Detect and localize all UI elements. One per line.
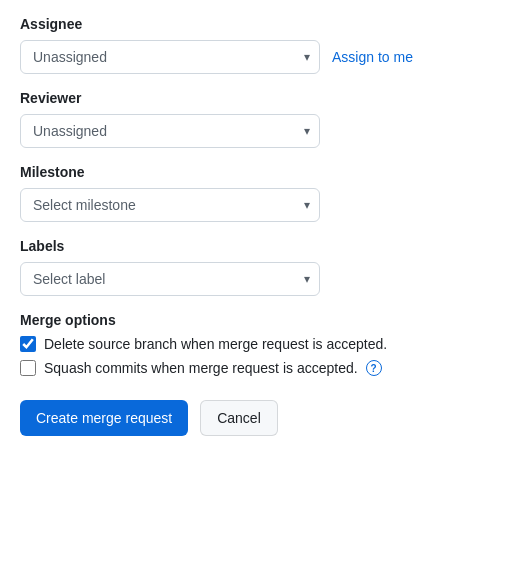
assignee-label: Assignee (20, 16, 507, 32)
delete-branch-row: Delete source branch when merge request … (20, 336, 507, 352)
milestone-section: Milestone Select milestone ▾ (20, 164, 507, 222)
assign-to-me-link[interactable]: Assign to me (332, 49, 413, 65)
reviewer-label: Reviewer (20, 90, 507, 106)
squash-commits-label: Squash commits when merge request is acc… (44, 360, 358, 376)
reviewer-select[interactable]: Unassigned (20, 114, 320, 148)
assignee-select-wrapper: Unassigned ▾ (20, 40, 320, 74)
labels-select-wrapper: Select label ▾ (20, 262, 320, 296)
assignee-select[interactable]: Unassigned (20, 40, 320, 74)
delete-branch-label: Delete source branch when merge request … (44, 336, 387, 352)
merge-options-label: Merge options (20, 312, 507, 328)
labels-select[interactable]: Select label (20, 262, 320, 296)
squash-commits-row: Squash commits when merge request is acc… (20, 360, 507, 376)
reviewer-select-wrapper: Unassigned ▾ (20, 114, 320, 148)
milestone-label: Milestone (20, 164, 507, 180)
create-merge-request-button[interactable]: Create merge request (20, 400, 188, 436)
assignee-section: Assignee Unassigned ▾ Assign to me (20, 16, 507, 74)
merge-options-section: Merge options Delete source branch when … (20, 312, 507, 376)
assignee-row: Unassigned ▾ Assign to me (20, 40, 507, 74)
squash-commits-checkbox[interactable] (20, 360, 36, 376)
cancel-button[interactable]: Cancel (200, 400, 278, 436)
buttons-row: Create merge request Cancel (20, 400, 507, 436)
labels-label: Labels (20, 238, 507, 254)
milestone-select-wrapper: Select milestone ▾ (20, 188, 320, 222)
labels-section: Labels Select label ▾ (20, 238, 507, 296)
delete-branch-checkbox[interactable] (20, 336, 36, 352)
milestone-select[interactable]: Select milestone (20, 188, 320, 222)
reviewer-section: Reviewer Unassigned ▾ (20, 90, 507, 148)
squash-help-icon[interactable]: ? (366, 360, 382, 376)
